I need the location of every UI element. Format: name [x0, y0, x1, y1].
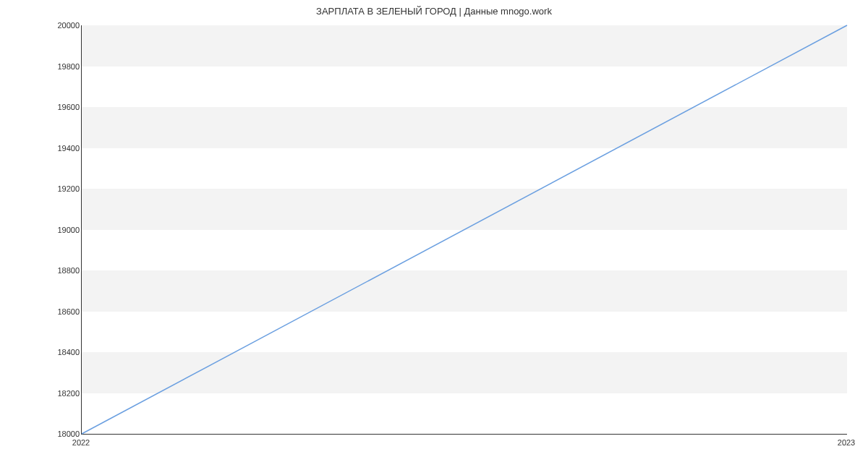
y-tick-label: 19600: [51, 103, 80, 111]
y-tick-label: 19000: [51, 226, 80, 234]
y-tick-label: 18600: [51, 307, 80, 316]
y-tick-label: 18200: [51, 389, 80, 398]
y-tick-label: 20000: [51, 21, 80, 30]
line-layer: [82, 25, 847, 434]
chart-container: ЗАРПЛАТА В ЗЕЛЕНЫЙ ГОРОД | Данные mnogo.…: [0, 0, 868, 470]
series-line: [82, 25, 847, 434]
y-tick-label: 18800: [51, 266, 80, 275]
y-tick-label: 18400: [51, 348, 80, 356]
y-tick-label: 19200: [51, 184, 80, 193]
y-tick-label: 18000: [51, 430, 80, 438]
x-tick-label: 2023: [838, 438, 855, 447]
y-tick-label: 19400: [51, 144, 80, 153]
x-tick-label: 2022: [72, 438, 90, 447]
y-tick-label: 19800: [51, 62, 80, 71]
plot-area: [81, 25, 847, 435]
chart-title: ЗАРПЛАТА В ЗЕЛЕНЫЙ ГОРОД | Данные mnogo.…: [0, 6, 868, 17]
